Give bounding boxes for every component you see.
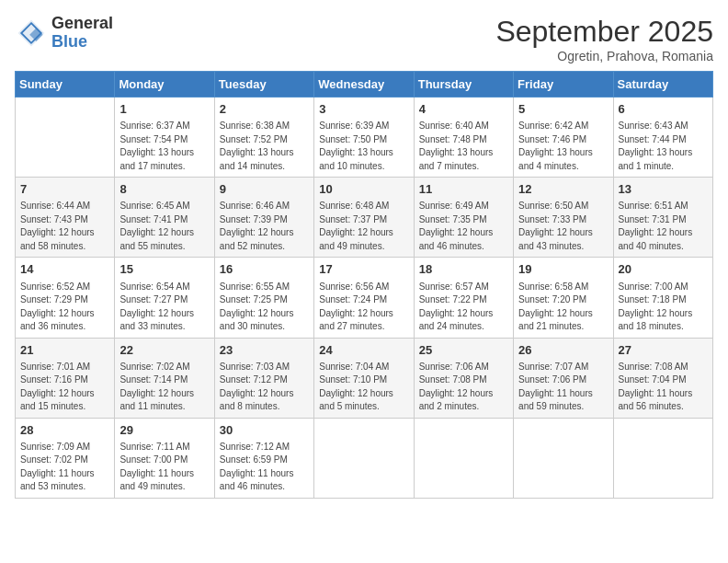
day-info: Sunrise: 6:40 AMSunset: 7:48 PMDaylight:… (419, 120, 508, 173)
day-number: 23 (220, 342, 309, 359)
table-row: 25Sunrise: 7:06 AMSunset: 7:08 PMDayligh… (414, 338, 513, 418)
location-subtitle: Ogretin, Prahova, Romania (495, 49, 713, 63)
table-row (514, 418, 613, 498)
day-info: Sunrise: 6:49 AMSunset: 7:35 PMDaylight:… (419, 200, 508, 253)
day-info: Sunrise: 6:37 AMSunset: 7:54 PMDaylight:… (119, 120, 209, 173)
table-row: 5Sunrise: 6:42 AMSunset: 7:46 PMDaylight… (514, 98, 613, 178)
day-number: 15 (119, 261, 209, 278)
day-info: Sunrise: 6:45 AMSunset: 7:41 PMDaylight:… (119, 200, 209, 253)
logo-blue-text: Blue (51, 33, 113, 52)
col-tuesday: Tuesday (214, 72, 313, 98)
logo: General Blue (15, 15, 113, 52)
logo-general-text: General (51, 15, 113, 33)
day-number: 24 (319, 342, 408, 359)
day-number: 9 (220, 181, 309, 198)
day-number: 8 (119, 181, 209, 198)
col-friday: Friday (514, 72, 613, 98)
day-number: 19 (518, 261, 608, 278)
table-row: 12Sunrise: 6:50 AMSunset: 7:33 PMDayligh… (514, 178, 613, 258)
table-row: 13Sunrise: 6:51 AMSunset: 7:31 PMDayligh… (613, 178, 712, 258)
day-number: 11 (419, 181, 508, 198)
day-info: Sunrise: 7:03 AMSunset: 7:12 PMDaylight:… (220, 361, 309, 414)
col-thursday: Thursday (414, 72, 513, 98)
table-row: 9Sunrise: 6:46 AMSunset: 7:39 PMDaylight… (214, 178, 313, 258)
day-number: 30 (220, 422, 309, 439)
page-header: General Blue September 2025 Ogretin, Pra… (15, 15, 713, 63)
table-row: 7Sunrise: 6:44 AMSunset: 7:43 PMDaylight… (16, 178, 115, 258)
calendar-table: Sunday Monday Tuesday Wednesday Thursday… (15, 71, 713, 499)
col-wednesday: Wednesday (314, 72, 414, 98)
day-number: 26 (518, 342, 608, 359)
day-info: Sunrise: 6:55 AMSunset: 7:25 PMDaylight:… (220, 281, 309, 334)
month-title: September 2025 (495, 15, 713, 49)
table-row (613, 418, 712, 498)
day-info: Sunrise: 6:39 AMSunset: 7:50 PMDaylight:… (319, 120, 408, 173)
day-number: 17 (319, 261, 408, 278)
logo-icon (15, 17, 48, 50)
day-info: Sunrise: 6:44 AMSunset: 7:43 PMDaylight:… (20, 200, 109, 253)
day-number: 3 (319, 101, 408, 118)
table-row: 23Sunrise: 7:03 AMSunset: 7:12 PMDayligh… (214, 338, 313, 418)
table-row: 29Sunrise: 7:11 AMSunset: 7:00 PMDayligh… (115, 418, 214, 498)
day-number: 10 (319, 181, 408, 198)
calendar-week-row: 21Sunrise: 7:01 AMSunset: 7:16 PMDayligh… (16, 338, 713, 418)
day-info: Sunrise: 6:52 AMSunset: 7:29 PMDaylight:… (20, 281, 109, 334)
day-number: 18 (419, 261, 508, 278)
day-number: 7 (20, 181, 109, 198)
day-info: Sunrise: 6:48 AMSunset: 7:37 PMDaylight:… (319, 200, 408, 253)
day-info: Sunrise: 6:58 AMSunset: 7:20 PMDaylight:… (518, 281, 608, 334)
day-info: Sunrise: 7:12 AMSunset: 6:59 PMDaylight:… (220, 441, 309, 494)
calendar-week-row: 28Sunrise: 7:09 AMSunset: 7:02 PMDayligh… (16, 418, 713, 498)
day-info: Sunrise: 7:04 AMSunset: 7:10 PMDaylight:… (319, 361, 408, 414)
day-info: Sunrise: 7:08 AMSunset: 7:04 PMDaylight:… (619, 361, 708, 414)
day-number: 27 (619, 342, 708, 359)
table-row: 28Sunrise: 7:09 AMSunset: 7:02 PMDayligh… (16, 418, 115, 498)
table-row: 8Sunrise: 6:45 AMSunset: 7:41 PMDaylight… (115, 178, 214, 258)
day-info: Sunrise: 6:38 AMSunset: 7:52 PMDaylight:… (220, 120, 309, 173)
day-number: 5 (518, 101, 608, 118)
day-number: 14 (20, 261, 109, 278)
day-info: Sunrise: 7:11 AMSunset: 7:00 PMDaylight:… (119, 441, 209, 494)
table-row: 27Sunrise: 7:08 AMSunset: 7:04 PMDayligh… (613, 338, 712, 418)
day-number: 1 (119, 101, 209, 118)
day-info: Sunrise: 7:07 AMSunset: 7:06 PMDaylight:… (518, 361, 608, 414)
day-info: Sunrise: 7:06 AMSunset: 7:08 PMDaylight:… (419, 361, 508, 414)
day-number: 25 (419, 342, 508, 359)
col-sunday: Sunday (16, 72, 115, 98)
col-saturday: Saturday (613, 72, 712, 98)
table-row: 16Sunrise: 6:55 AMSunset: 7:25 PMDayligh… (214, 258, 313, 338)
table-row: 2Sunrise: 6:38 AMSunset: 7:52 PMDaylight… (214, 98, 313, 178)
table-row (414, 418, 513, 498)
day-number: 12 (518, 181, 608, 198)
table-row: 11Sunrise: 6:49 AMSunset: 7:35 PMDayligh… (414, 178, 513, 258)
table-row: 4Sunrise: 6:40 AMSunset: 7:48 PMDaylight… (414, 98, 513, 178)
day-info: Sunrise: 6:43 AMSunset: 7:44 PMDaylight:… (619, 120, 708, 173)
day-info: Sunrise: 6:56 AMSunset: 7:24 PMDaylight:… (319, 281, 408, 334)
day-info: Sunrise: 6:51 AMSunset: 7:31 PMDaylight:… (619, 200, 708, 253)
table-row: 10Sunrise: 6:48 AMSunset: 7:37 PMDayligh… (314, 178, 414, 258)
day-number: 2 (220, 101, 309, 118)
logo-text: General Blue (51, 15, 113, 52)
table-row: 3Sunrise: 6:39 AMSunset: 7:50 PMDaylight… (314, 98, 414, 178)
day-number: 22 (119, 342, 209, 359)
day-number: 20 (619, 261, 708, 278)
table-row: 21Sunrise: 7:01 AMSunset: 7:16 PMDayligh… (16, 338, 115, 418)
table-row (314, 418, 414, 498)
table-row: 22Sunrise: 7:02 AMSunset: 7:14 PMDayligh… (115, 338, 214, 418)
table-row: 30Sunrise: 7:12 AMSunset: 6:59 PMDayligh… (214, 418, 313, 498)
table-row: 17Sunrise: 6:56 AMSunset: 7:24 PMDayligh… (314, 258, 414, 338)
day-number: 21 (20, 342, 109, 359)
table-row: 19Sunrise: 6:58 AMSunset: 7:20 PMDayligh… (514, 258, 613, 338)
table-row: 18Sunrise: 6:57 AMSunset: 7:22 PMDayligh… (414, 258, 513, 338)
table-row: 14Sunrise: 6:52 AMSunset: 7:29 PMDayligh… (16, 258, 115, 338)
calendar-week-row: 1Sunrise: 6:37 AMSunset: 7:54 PMDaylight… (16, 98, 713, 178)
table-row: 15Sunrise: 6:54 AMSunset: 7:27 PMDayligh… (115, 258, 214, 338)
calendar-header-row: Sunday Monday Tuesday Wednesday Thursday… (16, 72, 713, 98)
day-number: 28 (20, 422, 109, 439)
day-number: 29 (119, 422, 209, 439)
table-row: 24Sunrise: 7:04 AMSunset: 7:10 PMDayligh… (314, 338, 414, 418)
day-info: Sunrise: 6:54 AMSunset: 7:27 PMDaylight:… (119, 281, 209, 334)
title-block: September 2025 Ogretin, Prahova, Romania (495, 15, 713, 63)
day-info: Sunrise: 7:02 AMSunset: 7:14 PMDaylight:… (119, 361, 209, 414)
day-info: Sunrise: 6:50 AMSunset: 7:33 PMDaylight:… (518, 200, 608, 253)
